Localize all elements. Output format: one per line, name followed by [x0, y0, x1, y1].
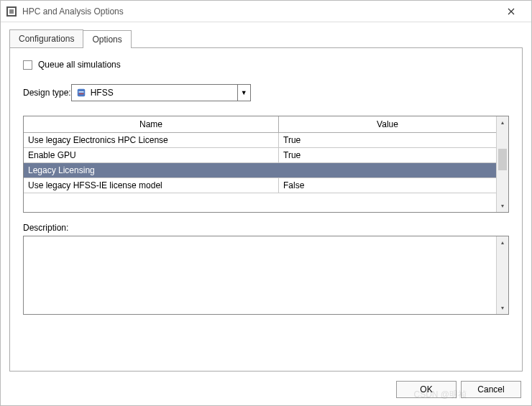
- table-header: Name Value: [24, 116, 496, 133]
- column-header-value[interactable]: Value: [279, 116, 496, 132]
- queue-simulations-checkbox[interactable]: [23, 60, 32, 70]
- cell-value: False: [279, 178, 496, 193]
- scroll-up-icon[interactable]: ▴: [497, 116, 508, 129]
- svg-rect-1: [78, 91, 83, 92]
- queue-simulations-row: Queue all simulations: [23, 60, 509, 70]
- table-row[interactable]: Legacy Licensing: [24, 163, 496, 178]
- column-header-name[interactable]: Name: [24, 116, 279, 132]
- tab-configurations[interactable]: Configurations: [9, 29, 83, 47]
- scroll-down-icon[interactable]: ▾: [497, 200, 508, 212]
- table-body: Name Value Use legacy Electronics HPC Li…: [24, 116, 496, 212]
- tab-strip: Configurations Options: [9, 29, 523, 47]
- scroll-up-icon[interactable]: ▴: [497, 236, 508, 249]
- properties-table: Name Value Use legacy Electronics HPC Li…: [23, 116, 509, 213]
- cell-value: [279, 163, 496, 177]
- design-type-label: Design type:: [23, 88, 71, 98]
- titlebar: HPC and Analysis Options: [1, 1, 531, 22]
- app-icon: [6, 6, 17, 17]
- description-box: ▴ ▾: [23, 236, 509, 315]
- table-scrollbar[interactable]: ▴ ▾: [496, 116, 508, 212]
- scroll-track[interactable]: [497, 129, 508, 200]
- table-row[interactable]: Use legacy Electronics HPC License True: [24, 133, 496, 148]
- description-label: Description:: [23, 223, 509, 233]
- content-area: Configurations Options Queue all simulat…: [9, 29, 523, 372]
- cell-value: True: [279, 133, 496, 147]
- design-type-row: Design type: HFSS ▼: [23, 84, 509, 101]
- ok-button[interactable]: OK: [396, 381, 457, 398]
- queue-simulations-label: Queue all simulations: [38, 60, 121, 70]
- cell-name: Legacy Licensing: [24, 163, 279, 177]
- description-scrollbar[interactable]: ▴ ▾: [496, 236, 508, 314]
- cell-value: True: [279, 148, 496, 162]
- close-button[interactable]: [497, 1, 526, 22]
- options-panel: Queue all simulations Design type: HFSS …: [9, 47, 523, 372]
- svg-rect-2: [78, 93, 83, 94]
- cell-name: Use legacy HFSS-IE license model: [24, 178, 279, 193]
- scroll-thumb[interactable]: [498, 149, 507, 170]
- scroll-down-icon[interactable]: ▾: [497, 302, 508, 314]
- tab-options[interactable]: Options: [83, 30, 131, 48]
- cell-name: Use legacy Electronics HPC License: [24, 133, 279, 147]
- window-title: HPC and Analysis Options: [22, 6, 497, 17]
- table-row[interactable]: Enable GPU True: [24, 148, 496, 163]
- scroll-track[interactable]: [497, 249, 508, 302]
- dialog-buttons: OK Cancel: [396, 381, 521, 398]
- description-text[interactable]: [24, 236, 496, 314]
- design-type-dropdown[interactable]: HFSS ▼: [71, 84, 251, 101]
- close-icon: [508, 8, 515, 15]
- cell-name: Enable GPU: [24, 148, 279, 162]
- design-type-value: HFSS: [91, 88, 114, 98]
- chevron-down-icon: ▼: [237, 85, 250, 101]
- svg-rect-0: [77, 89, 85, 97]
- cancel-button[interactable]: Cancel: [461, 381, 521, 398]
- table-row[interactable]: Use legacy HFSS-IE license model False: [24, 178, 496, 193]
- hfss-icon: [76, 88, 86, 98]
